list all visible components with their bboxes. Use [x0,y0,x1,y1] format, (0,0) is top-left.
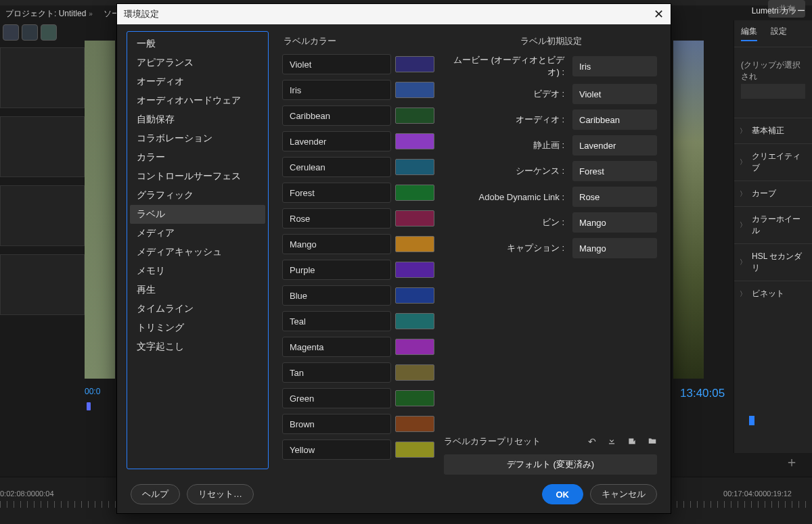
bin-panel[interactable] [0,47,85,108]
label-name-input[interactable]: Yellow [282,439,391,460]
preset-dropdown[interactable]: デフォルト (変更済み) [444,454,657,475]
prefs-category-item[interactable]: 一般 [130,34,265,53]
label-name-input[interactable]: Blue [282,285,391,306]
prefs-category-item[interactable]: オーディオ [130,72,265,91]
prefs-category-item[interactable]: 文字起こし [130,337,265,356]
label-name-input[interactable]: Brown [282,414,391,434]
prefs-category-item[interactable]: グラフィック [130,186,265,205]
label-color-swatch[interactable] [395,416,434,432]
swatch[interactable] [22,24,38,41]
swatch[interactable] [41,24,57,41]
timecode-left: 00:0 [85,387,100,396]
chevron-right-icon: 〉 [740,220,746,230]
label-name-input[interactable]: Green [282,388,391,408]
lumetri-section[interactable]: 〉基本補正 [734,118,812,143]
label-color-swatch[interactable] [395,210,434,227]
label-color-swatch[interactable] [395,262,434,278]
prefs-category-item[interactable]: コントロールサーフェス [130,167,265,186]
bin-panel[interactable] [0,254,85,315]
label-name-input[interactable]: Forest [282,183,391,203]
label-color-swatch[interactable] [395,108,434,124]
reset-button[interactable]: リセット… [187,484,254,504]
help-button[interactable]: ヘルプ [131,484,180,504]
color-swatch-group [3,24,57,41]
label-name-input[interactable]: Caribbean [282,105,391,126]
label-name-input[interactable]: Lavender [282,131,391,151]
swatch[interactable] [3,24,19,41]
folder-icon[interactable] [648,436,657,447]
timecode-label: 00:19:12 [763,490,792,498]
lumetri-section[interactable]: 〉ビネット [734,281,812,306]
label-color-swatch[interactable] [395,133,434,149]
prefs-category-item[interactable]: アピアランス [130,53,265,72]
label-color-swatch[interactable] [395,364,434,381]
prefs-category-item[interactable]: メディアキャッシュ [130,243,265,262]
lumetri-section[interactable]: 〉クリエイティブ [734,143,812,181]
prefs-category-item[interactable]: 自動保存 [130,110,265,129]
lumetri-section[interactable]: 〉HSL セカンダリ [734,243,812,281]
label-name-input[interactable]: Rose [282,208,391,229]
label-name-input[interactable]: Tan [282,362,391,383]
lumetri-panel: 編集 設定 (クリップが選択され 〉基本補正〉クリエイティブ〉カーブ〉カラーホイ… [734,20,812,453]
default-value-dropdown[interactable]: Lavender [572,135,657,156]
label-name-input[interactable]: Violet [282,54,391,74]
label-color-row: Green [282,388,434,408]
label-color-swatch[interactable] [395,82,434,98]
default-value-dropdown[interactable]: Mango [572,212,657,233]
label-color-swatch[interactable] [395,339,434,355]
label-color-row: Magenta [282,337,434,357]
label-defaults-heading: ラベル初期設定 [444,31,657,54]
label-name-input[interactable]: Mango [282,234,391,254]
label-name-input[interactable]: Purple [282,260,391,280]
default-value-dropdown[interactable]: Iris [572,56,657,76]
prefs-category-item[interactable]: メモリ [130,262,265,281]
prefs-category-item[interactable]: メディア [130,224,265,243]
label-color-swatch[interactable] [395,56,434,72]
default-value-dropdown[interactable]: Violet [572,84,657,104]
close-icon[interactable]: ✕ [654,7,664,22]
timecode-right: 13:40:05 [680,387,725,400]
default-value-dropdown[interactable]: Rose [572,187,657,207]
prefs-category-item[interactable]: トリミング [130,318,265,337]
bin-panel[interactable] [0,116,85,177]
add-button[interactable]: ＋ [785,453,798,471]
prefs-category-item[interactable]: オーディオハードウェア [130,91,265,110]
prefs-category-item[interactable]: 再生 [130,281,265,300]
lumetri-tab-settings[interactable]: 設定 [771,26,787,41]
lumetri-section[interactable]: 〉カラーホイール [734,206,812,243]
label-color-swatch[interactable] [395,287,434,304]
prefs-category-item[interactable]: ラベル [130,205,265,224]
export-icon[interactable] [627,436,637,447]
label-name-input[interactable]: Magenta [282,337,391,357]
label-color-row: Mango [282,234,434,254]
undo-icon[interactable]: ↶ [588,436,596,447]
preferences-dialog: 環境設定 ✕ 一般アピアランスオーディオオーディオハードウェア自動保存コラボレー… [116,3,671,514]
lumetri-tab-edit[interactable]: 編集 [741,26,757,41]
import-icon[interactable] [607,436,616,447]
lumetri-panel-tab[interactable]: Lumetri カラー [752,5,805,17]
label-color-swatch[interactable] [395,185,434,201]
prefs-category-item[interactable]: コラボレーション [130,129,265,148]
playhead-marker[interactable] [749,416,754,425]
label-default-row: オーディオ :Caribbean [444,110,657,130]
ok-button[interactable]: OK [542,484,584,504]
label-color-swatch[interactable] [395,159,434,175]
project-tab[interactable]: プロジェクト: Untitled» [0,5,98,22]
label-color-swatch[interactable] [395,442,434,458]
default-value-dropdown[interactable]: Caribbean [572,110,657,130]
prefs-category-item[interactable]: カラー [130,148,265,167]
lumetri-section[interactable]: 〉カーブ [734,181,812,206]
prefs-category-item[interactable]: タイムライン [130,300,265,318]
default-value-dropdown[interactable]: Forest [572,161,657,181]
label-name-input[interactable]: Iris [282,80,391,100]
label-color-swatch[interactable] [395,236,434,252]
label-color-row: Teal [282,311,434,331]
label-color-swatch[interactable] [395,313,434,329]
label-name-input[interactable]: Teal [282,311,391,331]
label-name-input[interactable]: Cerulean [282,157,391,177]
cancel-button[interactable]: キャンセル [590,484,657,504]
default-value-dropdown[interactable]: Mango [572,238,657,258]
label-color-swatch[interactable] [395,390,434,406]
playhead-marker[interactable] [87,402,91,410]
bin-panel[interactable] [0,185,85,246]
